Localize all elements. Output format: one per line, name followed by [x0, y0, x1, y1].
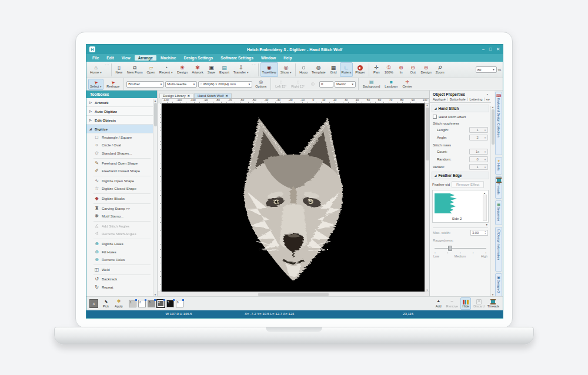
rotate-angle-input[interactable]: 0: [319, 81, 333, 88]
tool-weld[interactable]: ◫Weld: [86, 266, 153, 274]
menu-window[interactable]: Window: [258, 55, 279, 61]
toolbar-button-pan[interactable]: ✛Pan: [371, 62, 382, 77]
toolbar-button-left-15[interactable]: ○Left 15°: [273, 79, 288, 90]
toolbar-button-center[interactable]: ✛Center: [400, 79, 414, 90]
pick-color-button[interactable]: ✒Pick: [101, 297, 111, 310]
canvas-horizontal-scrollbar[interactable]: [158, 292, 429, 296]
palette-threads-button[interactable]: Threads: [487, 297, 500, 310]
color-swatch-4[interactable]: 4: [157, 300, 165, 307]
max-width-input[interactable]: 3.00 ▲▼: [470, 230, 488, 236]
color-swatch-1[interactable]: 1: [129, 300, 136, 307]
count-select[interactable]: 1x▼: [469, 149, 488, 155]
feather-preview[interactable]: Side 2 ▲: [432, 190, 489, 223]
toolbar-button-new-from[interactable]: ⧉New From: [125, 62, 145, 77]
menu-view[interactable]: View: [118, 55, 134, 61]
docker-tab-keyboard-design-collection[interactable]: ⌨Keyboard Design Collection: [495, 92, 502, 155]
close-button[interactable]: ✕: [496, 47, 500, 52]
length-select[interactable]: 1▼: [469, 127, 488, 133]
toolbar-overflow-chevron[interactable]: ⌄⌄: [104, 63, 109, 65]
menu-machine[interactable]: Machine: [157, 55, 179, 61]
tool-backtrack[interactable]: ↺Backtrack: [86, 276, 153, 284]
toolbar-button-zoom[interactable]: ⚲Zoom: [434, 62, 446, 77]
color-swatch-5[interactable]: 5: [166, 300, 174, 307]
variant-select[interactable]: 1▼: [469, 164, 488, 170]
wolf-design[interactable]: [230, 111, 357, 284]
tool-digitize-open-shape[interactable]: ∿Digitize Open Shape: [86, 177, 153, 185]
palette-remove-button[interactable]: −Remove: [446, 297, 459, 310]
toolbar-button-100[interactable]: ①100%: [383, 62, 395, 77]
tool-add-stitch-angles[interactable]: ∡Add Stitch Angles: [86, 222, 153, 230]
tool-motif-stamp[interactable]: ❋Motif Stamp...: [86, 212, 153, 220]
toolbar-button-hoop[interactable]: ○Hoop: [298, 62, 309, 77]
color-swatch-6[interactable]: 6: [176, 300, 183, 307]
toolbar-button-recent[interactable]: ◔Recent▼: [158, 62, 175, 77]
object-properties-scrollbar[interactable]: ▲▼: [490, 106, 495, 296]
toolbar-button-reshape[interactable]: ➤Reshape: [105, 79, 121, 90]
docker-tab-threads[interactable]: Threads: [495, 176, 502, 199]
tool-fill-holes[interactable]: ⊛Fill Holes: [86, 248, 153, 256]
combo-metric[interactable]: Metric▼: [335, 81, 356, 88]
toolbox-section-artwork[interactable]: ▷Artwork: [86, 98, 153, 107]
toolbox-section-auto-digitize[interactable]: ▷Auto-Digitize: [86, 107, 153, 116]
doc-tab-design-library[interactable]: Design Library✕: [159, 93, 193, 98]
tool-carving-stamp[interactable]: ♜Carving Stamp >>: [86, 205, 153, 213]
toolbar-button-right-15[interactable]: ○Right 15°: [289, 79, 306, 90]
minimize-button[interactable]: –: [482, 47, 485, 52]
maximize-button[interactable]: □: [489, 47, 492, 52]
design-canvas[interactable]: [162, 103, 425, 292]
random-select[interactable]: 0▼: [469, 156, 488, 162]
raggedness-slider-thumb[interactable]: [448, 246, 452, 251]
toolbar-button-save[interactable]: ▣Save: [206, 62, 217, 77]
doc-tab-hand-stitch-wolf[interactable]: Hand Stitch Wolf✕: [194, 93, 232, 98]
toolbar-button-artwork[interactable]: ✾Artwork: [190, 62, 205, 77]
tool-remove-holes[interactable]: ⊖Remove Holes: [86, 256, 153, 264]
combo-brother[interactable]: Brother▼: [126, 81, 164, 88]
palette-hide-button[interactable]: Hide: [460, 297, 471, 310]
canvas-vertical-scrollbar[interactable]: ▲▼: [425, 103, 429, 292]
tab-lettering[interactable]: Lettering: [468, 98, 485, 101]
tab-buttonhole[interactable]: Buttonhole: [448, 98, 468, 101]
palette-add-button[interactable]: +Add: [433, 297, 444, 310]
close-tab-icon[interactable]: ✕: [225, 94, 228, 98]
tool-remove-stitch-angles[interactable]: ∢Remove Stitch Angles: [86, 230, 153, 239]
toolbar-button-trueview[interactable]: ◉TrueView: [260, 62, 278, 77]
toolbar-button-open[interactable]: ▱Open: [145, 62, 157, 77]
toolbar-button-grid[interactable]: ▦Grid: [328, 62, 339, 77]
toolbar-button-export[interactable]: ▤Export: [218, 62, 231, 77]
toolbar-button-player[interactable]: ▶Player: [353, 62, 366, 77]
raggedness-slider[interactable]: [435, 246, 486, 251]
feather-edge-section-header[interactable]: Feather Edge: [432, 172, 489, 179]
palette-discard-button[interactable]: ✕Discard: [473, 297, 485, 310]
toolbar-button-home[interactable]: ⌂Home▼: [88, 62, 103, 77]
menu-file[interactable]: File: [89, 55, 102, 61]
tab-scroll-arrows[interactable]: ◂ ▸: [486, 98, 490, 101]
toolbar-button-out[interactable]: ⊖Out: [407, 62, 419, 77]
tab-applique[interactable]: Appliqué: [431, 98, 448, 101]
menu-software-settings[interactable]: Software Settings: [217, 55, 257, 61]
tool-digitize-closed-shape[interactable]: ☆Digitize Closed Shape: [86, 185, 153, 193]
toolbar-button-rulers[interactable]: ∟Rulers: [340, 62, 353, 77]
tool-freehand-closed-shape[interactable]: ✐Freehand Closed Shape: [86, 167, 153, 175]
menu-edit[interactable]: Edit: [103, 55, 117, 61]
menu-help[interactable]: Help: [280, 55, 295, 61]
tool-digitize-holes[interactable]: ⊕Digitize Holes: [86, 240, 153, 248]
color-swatch-3[interactable]: 3: [148, 300, 155, 307]
toolbar-button-options[interactable]: ◎Options: [253, 79, 268, 90]
toolbar-button-transfer[interactable]: ⇩Transfer▼: [232, 62, 250, 77]
tool-repeat[interactable]: ↻Repeat: [86, 283, 153, 292]
combo-multi-needle[interactable]: Multi-needle▼: [165, 81, 197, 88]
toolbar-button-template[interactable]: ◍Template: [310, 62, 328, 77]
tool-digitize-blocks[interactable]: ◆Digitize Blocks: [86, 195, 153, 203]
toolbox-section-edit-objects[interactable]: ▷Edit Objects: [86, 116, 153, 125]
toolbar-button-background[interactable]: ▤Background: [361, 79, 382, 90]
toolbar-button-hoop-small-icon[interactable]: ◎: [308, 79, 318, 90]
menu-arrange[interactable]: Arrange: [135, 55, 156, 61]
feather-gallery-scrollbar[interactable]: ▲: [482, 192, 487, 221]
color-swatch-2[interactable]: 2: [138, 300, 146, 307]
menu-design-settings[interactable]: Design Settings: [180, 55, 216, 61]
angle-select[interactable]: 2▼: [469, 135, 488, 140]
toolbar-button-show[interactable]: ◎Show▼: [279, 62, 293, 77]
docker-tab-design-o[interactable]: ▣Design O: [495, 273, 502, 296]
tool-freehand-open-shape[interactable]: ✎Freehand Open Shape: [86, 159, 153, 168]
toolbar-button-design[interactable]: ⊛Design: [419, 62, 433, 77]
